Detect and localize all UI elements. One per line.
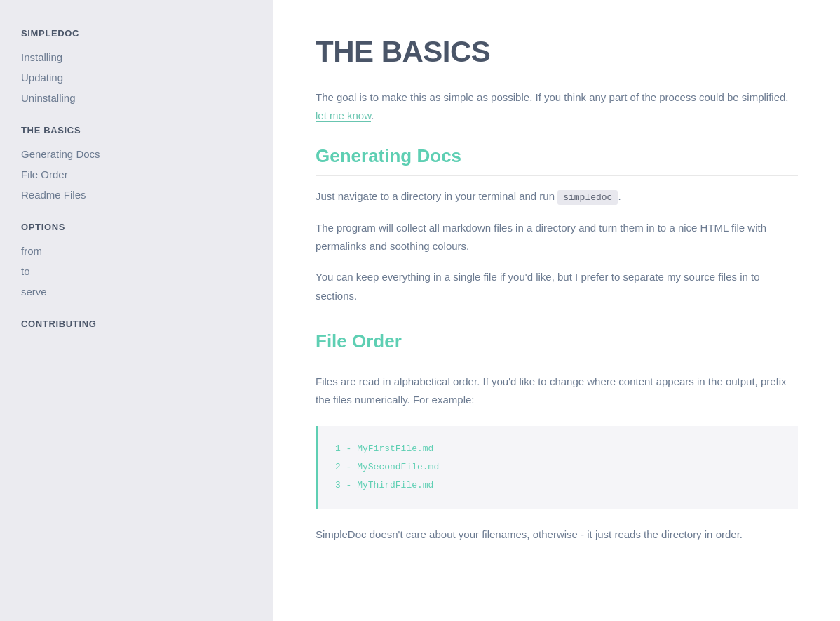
generating-docs-para-1: Just navigate to a directory in your ter… [316,187,798,206]
sidebar-section-options: OPTIONS [21,222,252,232]
generating-docs-para-2: The program will collect all markdown fi… [316,219,798,256]
intro-paragraph: The goal is to make this as simple as po… [316,88,798,124]
code-block-file-order: 1 - MyFirstFile.md 2 - MySecondFile.md 3… [316,426,798,509]
intro-text-after: . [371,109,374,121]
sidebar: SIMPLEDOC Installing Updating Uninstalli… [0,0,273,621]
main-content: THE BASICS The goal is to make this as s… [273,0,840,621]
sidebar-item-serve[interactable]: serve [21,281,252,302]
section-file-order: File Order Files are read in alphabetica… [316,330,798,545]
code-line-3: 3 - MyThirdFile.md [335,476,781,495]
file-order-after-code: SimpleDoc doesn't care about your filena… [316,526,798,544]
sidebar-section-contributing: CONTRIBUTING [21,319,252,329]
sidebar-item-installing[interactable]: Installing [21,47,252,67]
intro-text-before: The goal is to make this as simple as po… [316,91,789,103]
sidebar-item-to[interactable]: to [21,261,252,281]
file-order-para-1: Files are read in alphabetical order. If… [316,373,798,410]
section-heading-file-order: File Order [316,330,798,361]
sidebar-brand: SIMPLEDOC [21,28,252,39]
sidebar-section-basics: THE BASICS [21,125,252,135]
sidebar-item-generating-docs[interactable]: Generating Docs [21,144,252,164]
sidebar-item-from[interactable]: from [21,241,252,261]
intro-link[interactable]: let me know [316,109,371,122]
sidebar-item-readme-files[interactable]: Readme Files [21,185,252,205]
inline-code-simpledoc: simpledoc [557,190,618,205]
code-line-2: 2 - MySecondFile.md [335,458,781,476]
code-line-1: 1 - MyFirstFile.md [335,440,781,458]
sidebar-item-uninstalling[interactable]: Uninstalling [21,88,252,108]
generating-docs-para-3: You can keep everything in a single file… [316,268,798,305]
section-generating-docs: Generating Docs Just navigate to a direc… [316,145,798,305]
sidebar-item-updating[interactable]: Updating [21,67,252,88]
section-heading-generating-docs: Generating Docs [316,145,798,176]
page-title: THE BASICS [316,35,798,69]
sidebar-item-file-order[interactable]: File Order [21,164,252,185]
